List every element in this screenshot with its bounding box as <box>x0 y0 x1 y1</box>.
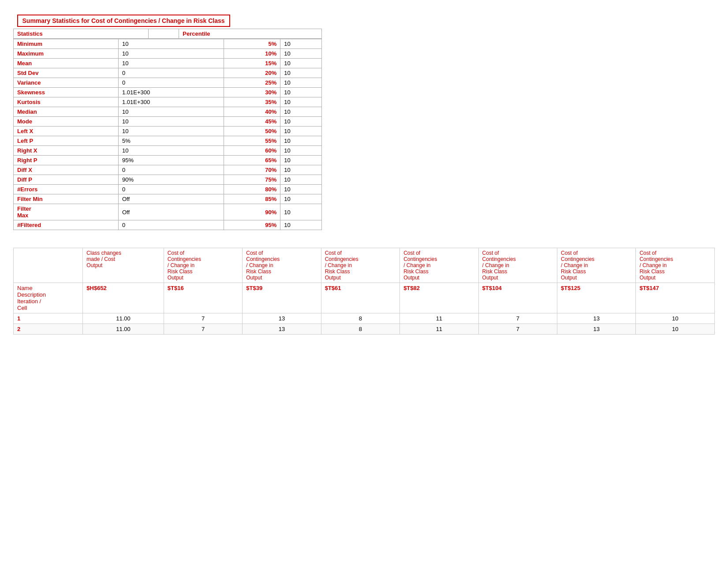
col-header-4: Cost ofContingencies/ Change inRisk Clas… <box>321 248 399 283</box>
cell-label-2: $T$39 <box>243 283 321 313</box>
stat-label: Minimum <box>14 39 119 49</box>
cell-label-0: $H$652 <box>83 283 164 313</box>
stat-label: Maximum <box>14 49 119 59</box>
summary-title-row: Summary Statistics for Cost of Contingen… <box>14 13 322 29</box>
cell-1-2: 13 <box>243 324 321 335</box>
summary-row: Left P 5% 55% 10 <box>14 136 322 146</box>
table-row: 111.0071381171310 <box>14 313 715 324</box>
col-header-0 <box>14 248 83 283</box>
cell-0-0: 11.00 <box>83 313 164 324</box>
stat-value: 10 <box>118 39 224 49</box>
summary-row: Diff P 90% 75% 10 <box>14 175 322 185</box>
data-label-row: NameDescriptionIteration /Cell$H$652$T$1… <box>14 283 715 313</box>
summary-row: Kurtosis 1.01E+300 35% 10 <box>14 97 322 107</box>
stat-value: 95% <box>118 156 224 165</box>
summary-row: Diff X 0 70% 10 <box>14 165 322 175</box>
summary-row: #Filtered 0 95% 10 <box>14 220 322 230</box>
summary-header-row: Statistics Percentile <box>14 29 322 39</box>
stat-label: Right X <box>14 146 119 156</box>
summary-row: FilterMax Off 90% 10 <box>14 204 322 220</box>
stat-label: #Errors <box>14 185 119 194</box>
data-table-section: Class changesmade / CostOutputCost ofCon… <box>13 248 715 335</box>
stat-pct: 20% <box>224 68 280 78</box>
stat-pval: 10 <box>280 39 322 49</box>
stat-pval: 10 <box>280 97 322 107</box>
stat-pval: 10 <box>280 107 322 117</box>
stat-pct: 60% <box>224 146 280 156</box>
cell-0-4: 11 <box>400 313 478 324</box>
summary-section: Summary Statistics for Cost of Contingen… <box>13 13 715 230</box>
cell-label-5: $T$104 <box>478 283 557 313</box>
data-table: Class changesmade / CostOutputCost ofCon… <box>13 248 715 335</box>
cell-1-7: 10 <box>636 324 715 335</box>
col-header-3: Cost ofContingencies/ Change inRisk Clas… <box>243 248 321 283</box>
cell-1-1: 7 <box>164 324 242 335</box>
cell-0-1: 7 <box>164 313 242 324</box>
stat-pct: 80% <box>224 185 280 194</box>
col-header-1: Class changesmade / CostOutput <box>83 248 164 283</box>
col-header-8: Cost ofContingencies/ Change inRisk Clas… <box>636 248 715 283</box>
stat-pval: 10 <box>280 185 322 194</box>
stat-value: 10 <box>118 127 224 136</box>
cell-label-4: $T$82 <box>400 283 478 313</box>
stat-value: Off <box>118 204 224 220</box>
stat-label: Left P <box>14 136 119 146</box>
stat-pct: 5% <box>224 39 280 49</box>
stat-pct: 75% <box>224 175 280 185</box>
summary-table: Summary Statistics for Cost of Contingen… <box>13 13 322 39</box>
col-header-2: Cost ofContingencies/ Change inRisk Clas… <box>164 248 242 283</box>
stat-pct: 30% <box>224 88 280 97</box>
stat-label: Left X <box>14 127 119 136</box>
stat-value: Off <box>118 194 224 204</box>
stat-label: Kurtosis <box>14 97 119 107</box>
stat-pval: 10 <box>280 204 322 220</box>
col-header-7: Cost ofContingencies/ Change inRisk Clas… <box>557 248 636 283</box>
stat-pct: 85% <box>224 194 280 204</box>
stat-label: Skewness <box>14 88 119 97</box>
summary-data-table: Minimum 10 5% 10 Maximum 10 10% 10 Mean … <box>13 39 322 230</box>
header-percentile: Percentile <box>179 29 322 39</box>
summary-title: Summary Statistics for Cost of Contingen… <box>17 15 230 27</box>
summary-row: Median 10 40% 10 <box>14 107 322 117</box>
cell-1-5: 7 <box>478 324 557 335</box>
stat-pct: 55% <box>224 136 280 146</box>
cell-0-6: 13 <box>557 313 636 324</box>
stat-pct: 90% <box>224 204 280 220</box>
stat-pct: 15% <box>224 59 280 68</box>
stat-pct: 50% <box>224 127 280 136</box>
stat-label: Mode <box>14 117 119 127</box>
stat-value: 10 <box>118 146 224 156</box>
stat-pval: 10 <box>280 59 322 68</box>
col-header-5: Cost ofContingencies/ Change inRisk Clas… <box>400 248 478 283</box>
stat-pval: 10 <box>280 156 322 165</box>
stat-value: 0 <box>118 68 224 78</box>
stat-pval: 10 <box>280 127 322 136</box>
stat-label: Diff X <box>14 165 119 175</box>
summary-row: Right X 10 60% 10 <box>14 146 322 156</box>
stat-pval: 10 <box>280 136 322 146</box>
cell-0-7: 10 <box>636 313 715 324</box>
stat-label: Std Dev <box>14 68 119 78</box>
stat-label: Median <box>14 107 119 117</box>
stat-pct: 25% <box>224 78 280 88</box>
stat-value: 0 <box>118 185 224 194</box>
stat-pct: 35% <box>224 97 280 107</box>
stat-label: FilterMax <box>14 204 119 220</box>
stat-pct: 95% <box>224 220 280 230</box>
summary-row: Skewness 1.01E+300 30% 10 <box>14 88 322 97</box>
stat-label: Variance <box>14 78 119 88</box>
stat-pval: 10 <box>280 78 322 88</box>
data-header-row: Class changesmade / CostOutputCost ofCon… <box>14 248 715 283</box>
stat-label: Diff P <box>14 175 119 185</box>
summary-row: Variance 0 25% 10 <box>14 78 322 88</box>
summary-row: Mean 10 15% 10 <box>14 59 322 68</box>
stat-pval: 10 <box>280 88 322 97</box>
stat-value: 90% <box>118 175 224 185</box>
cell-label-1: $T$16 <box>164 283 242 313</box>
cell-1-0: 11.00 <box>83 324 164 335</box>
row-number: 2 <box>14 324 83 335</box>
stat-label: Mean <box>14 59 119 68</box>
stat-pct: 45% <box>224 117 280 127</box>
header-statistics: Statistics <box>14 29 149 39</box>
stat-pct: 10% <box>224 49 280 59</box>
